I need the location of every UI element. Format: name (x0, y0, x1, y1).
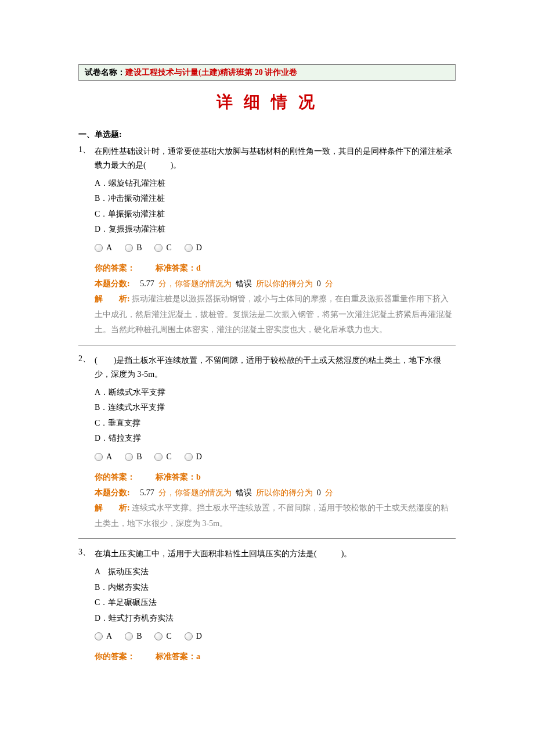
radio-label-b: B (136, 452, 142, 462)
paper-name-prefix: 试卷名称： (85, 68, 125, 77)
option-d: D．复振振动灌注桩 (95, 222, 456, 237)
option-a: A．断续式水平支撑 (95, 385, 456, 401)
question-number: 2、 (78, 354, 95, 381)
score-got: 0 (317, 279, 321, 288)
option-b: B．内燃夯实法 (95, 580, 456, 596)
radio-group: A B C D (95, 452, 456, 462)
radio-label-c: C (166, 243, 171, 253)
page-title: 详 细 情 况 (78, 91, 456, 113)
radio-label-d: D (196, 452, 202, 462)
option-b: B．冲击振动灌注桩 (95, 191, 456, 207)
radio-c[interactable] (154, 632, 163, 640)
score-status: 错误 (236, 488, 252, 497)
options-list: A 振动压实法 B．内燃夯实法 C．羊足碾碾压法 D．蛙式打夯机夯实法 (95, 564, 456, 626)
your-answer-label: 你的答案： (95, 473, 135, 481)
paper-name-title: 建设工程技术与计量(土建)精讲班第 20 讲作业卷 (125, 68, 297, 77)
analysis-label: 解 析: (95, 503, 130, 512)
question-block: 1、 在刚性基础设计时，通常要使基础大放脚与基础材料的刚性角一致，其目的是同样条… (78, 145, 456, 338)
score-points: 5.77 (140, 279, 154, 288)
score-text-1: 分，你答题的情况为 (158, 488, 232, 497)
analysis-text: 连续式水平支撑。挡土板水平连续放置，不留间隙，适用于较松散的干土或天然湿度的粘土… (95, 503, 449, 528)
question-stem: 在填土压实施工中，适用于大面积非粘性土回填压实的方法是( )。 (95, 547, 456, 561)
answer-block: 你的答案： 标准答案：d 本题分数: 5.77 分，你答题的情况为 错误 所以你… (95, 261, 456, 338)
standard-answer-label: 标准答案： (156, 473, 196, 481)
radio-c[interactable] (154, 453, 163, 461)
option-c: C．垂直支撑 (95, 416, 456, 431)
option-a: A 振动压实法 (95, 564, 456, 580)
radio-label-b: B (136, 632, 142, 641)
radio-b[interactable] (125, 632, 133, 640)
score-text-2: 所以你的得分为 (256, 488, 313, 497)
option-b: B．连续式水平支撑 (95, 400, 456, 416)
answer-block: 你的答案： 标准答案：a (95, 649, 456, 665)
standard-answer-value: b (196, 473, 201, 481)
score-label: 本题分数: (95, 488, 130, 497)
score-points: 5.77 (140, 488, 154, 497)
radio-d[interactable] (185, 632, 193, 640)
radio-label-a: A (106, 452, 112, 462)
radio-label-b: B (136, 243, 142, 253)
question-number: 3、 (78, 547, 95, 561)
standard-answer-value: d (196, 264, 201, 272)
score-text-1: 分，你答题的情况为 (158, 279, 232, 288)
option-d: D．锚拉支撑 (95, 431, 456, 447)
standard-answer-value: a (196, 652, 200, 661)
standard-answer-label: 标准答案： (156, 652, 196, 661)
question-stem: 在刚性基础设计时，通常要使基础大放脚与基础材料的刚性角一致，其目的是同样条件下的… (95, 145, 456, 172)
question-stem: ( )是挡土板水平连续放置，不留间隙，适用于较松散的干土或天然湿度的粘土类土，地… (95, 354, 456, 381)
options-list: A．螺旋钻孔灌注桩 B．冲击振动灌注桩 C．单振振动灌注桩 D．复振振动灌注桩 (95, 176, 456, 237)
radio-a[interactable] (95, 244, 103, 252)
radio-c[interactable] (154, 244, 163, 252)
question-block: 2、 ( )是挡土板水平连续放置，不留间隙，适用于较松散的干土或天然湿度的粘土类… (78, 354, 456, 531)
your-answer-label: 你的答案： (95, 264, 135, 272)
option-a: A．螺旋钻孔灌注桩 (95, 176, 456, 192)
radio-b[interactable] (125, 244, 133, 252)
paper-name-header: 试卷名称：建设工程技术与计量(土建)精讲班第 20 讲作业卷 (78, 64, 456, 81)
radio-d[interactable] (185, 453, 193, 461)
radio-label-a: A (106, 243, 112, 253)
analysis-text: 振动灌注桩是以激振器振动钢管，减小与土体间的摩擦，在自重及激振器重量作用下挤入土… (95, 294, 452, 334)
radio-label-d: D (196, 632, 202, 641)
divider (78, 345, 456, 345)
radio-a[interactable] (95, 453, 103, 461)
score-unit: 分 (325, 488, 333, 497)
divider (78, 538, 456, 539)
radio-label-c: C (166, 632, 171, 641)
score-got: 0 (317, 488, 321, 497)
option-d: D．蛙式打夯机夯实法 (95, 611, 456, 627)
option-c: C．羊足碾碾压法 (95, 595, 456, 611)
radio-label-a: A (106, 632, 112, 641)
analysis-label: 解 析: (95, 294, 130, 303)
radio-label-d: D (196, 243, 202, 253)
section-heading: 一、单选题: (78, 129, 456, 140)
radio-group: A B C D (95, 243, 456, 253)
score-text-2: 所以你的得分为 (256, 279, 313, 288)
radio-label-c: C (166, 452, 171, 462)
option-c: C．单振振动灌注桩 (95, 207, 456, 222)
answer-block: 你的答案： 标准答案：b 本题分数: 5.77 分，你答题的情况为 错误 所以你… (95, 470, 456, 531)
score-unit: 分 (325, 279, 333, 288)
radio-d[interactable] (185, 244, 193, 252)
score-label: 本题分数: (95, 279, 130, 288)
your-answer-label: 你的答案： (95, 652, 135, 661)
score-status: 错误 (236, 279, 252, 288)
radio-b[interactable] (125, 453, 133, 461)
question-block: 3、 在填土压实施工中，适用于大面积非粘性土回填压实的方法是( )。 A 振动压… (78, 547, 456, 665)
standard-answer-label: 标准答案： (156, 264, 196, 272)
options-list: A．断续式水平支撑 B．连续式水平支撑 C．垂直支撑 D．锚拉支撑 (95, 385, 456, 447)
radio-group: A B C D (95, 632, 456, 641)
question-number: 1、 (78, 145, 95, 172)
radio-a[interactable] (95, 632, 103, 640)
